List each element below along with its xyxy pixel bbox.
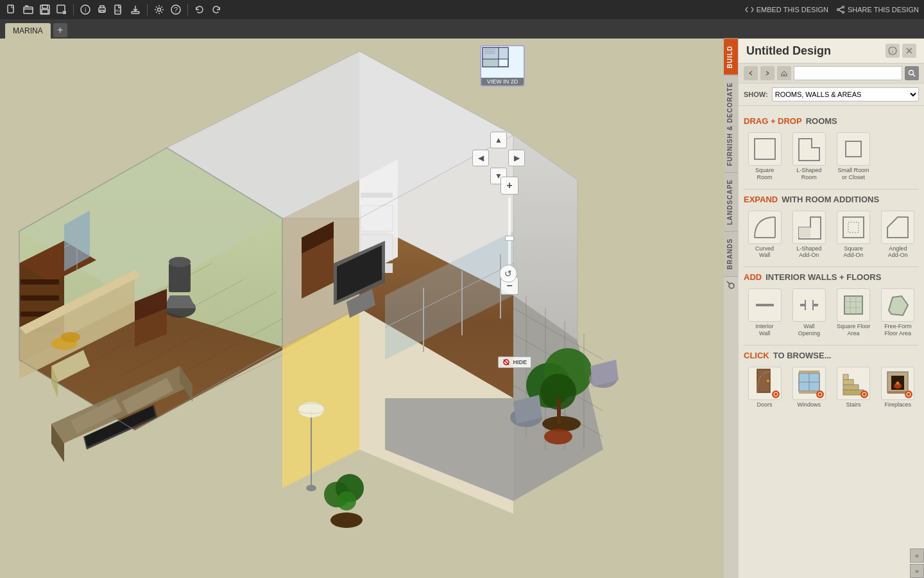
svg-point-142 xyxy=(767,380,769,382)
square-addon-item[interactable]: SquareAdd-On xyxy=(833,208,875,262)
svg-point-118 xyxy=(729,283,734,288)
small-room-item[interactable]: Small Roomor Closet xyxy=(833,130,875,184)
panel-close-button[interactable] xyxy=(902,44,916,58)
toolbar-separator-2 xyxy=(147,4,148,15)
curved-wall-item[interactable]: CurvedWall xyxy=(744,208,785,262)
svg-point-13 xyxy=(158,8,161,12)
right-panel: Untitled Design i xyxy=(738,39,924,578)
interior-wall-item[interactable]: InteriorWall xyxy=(744,286,785,340)
svg-point-122 xyxy=(909,71,914,75)
save-icon[interactable] xyxy=(38,3,51,16)
svg-point-16 xyxy=(842,6,844,8)
side-tab-build[interactable]: BUILD xyxy=(724,39,738,75)
dir-empty-center xyxy=(490,150,507,166)
svg-point-96 xyxy=(544,429,572,444)
svg-point-143 xyxy=(774,392,778,396)
svg-point-64 xyxy=(61,332,80,342)
show-dropdown[interactable]: ROOMS, WALLS & AREASFURNITUREALL xyxy=(772,87,919,101)
l-shaped-room-item[interactable]: L-ShapedRoom xyxy=(788,130,830,184)
svg-rect-151 xyxy=(843,385,859,390)
freeform-floor-item[interactable]: Free-FormFloor Area xyxy=(877,286,919,340)
svg-text:PDF: PDF xyxy=(116,9,122,13)
svg-rect-109 xyxy=(499,48,508,59)
panel-search-button[interactable] xyxy=(905,66,919,80)
pdf-icon[interactable]: PDF xyxy=(112,3,125,16)
side-tab-search[interactable] xyxy=(724,276,738,293)
minimap[interactable]: VIEW IN 2D xyxy=(480,45,525,87)
info-icon[interactable]: i xyxy=(79,3,92,16)
doors-item[interactable]: Doors xyxy=(744,364,785,411)
windows-item[interactable]: Windows xyxy=(788,364,830,411)
svg-rect-70 xyxy=(169,263,191,292)
section-drag-drop-title: DRAG + DROP ROOMS xyxy=(744,116,919,126)
svg-rect-4 xyxy=(42,10,48,13)
panel-info-button[interactable]: i xyxy=(886,44,900,58)
svg-rect-1 xyxy=(24,7,33,13)
toolbar-separator-3 xyxy=(187,4,188,15)
wall-opening-item[interactable]: WallOpening xyxy=(788,286,830,340)
embed-button[interactable]: EMBED THIS DESIGN xyxy=(745,5,828,14)
toolbar-separator-1 xyxy=(73,4,74,15)
add-tab-button[interactable]: + xyxy=(53,23,67,37)
svg-point-159 xyxy=(907,392,911,396)
l-shaped-addon-item[interactable]: L-ShapedAdd-On xyxy=(788,208,830,262)
dir-right-button[interactable]: ▶ xyxy=(508,150,525,166)
svg-point-81 xyxy=(306,485,316,491)
expand-grid: CurvedWall L-ShapedAdd-On SquareAdd-On xyxy=(744,208,919,262)
collapse-down-button[interactable]: » xyxy=(910,564,924,578)
toolbar-right: EMBED THIS DESIGN SHARE THIS DESIGN xyxy=(745,5,919,14)
dir-up-button[interactable]: ▲ xyxy=(490,132,507,148)
divider-3 xyxy=(744,345,919,346)
nav-home-button[interactable] xyxy=(777,66,791,80)
new-icon[interactable] xyxy=(5,3,18,16)
save-as-icon[interactable] xyxy=(55,3,68,16)
zoom-in-button[interactable]: + xyxy=(501,177,518,195)
angled-addon-item[interactable]: AngledAdd-On xyxy=(877,208,919,262)
zoom-thumb[interactable] xyxy=(505,236,514,241)
redo-icon[interactable] xyxy=(210,3,223,16)
divider-1 xyxy=(744,189,919,189)
collapse-up-button[interactable]: « xyxy=(910,548,924,563)
zoom-slider[interactable] xyxy=(508,197,511,274)
rotate-button[interactable]: ↺ xyxy=(499,265,517,283)
print-icon[interactable] xyxy=(96,3,108,16)
undo-icon[interactable] xyxy=(193,3,206,16)
panel-search-input[interactable] xyxy=(794,66,902,80)
svg-rect-45 xyxy=(361,193,393,198)
svg-point-86 xyxy=(337,491,356,511)
square-floor-item[interactable]: Square FloorArea xyxy=(833,286,875,340)
floor-plan-view xyxy=(0,51,661,572)
tab-marina[interactable]: MARINA xyxy=(5,23,51,39)
square-room-item[interactable]: SquareRoom xyxy=(744,130,785,184)
side-tabs: BUILD FURNISH & DECORATE LANDSCAPE BRAND… xyxy=(724,39,738,578)
svg-rect-91 xyxy=(557,398,561,424)
dir-empty-tr xyxy=(508,132,525,148)
svg-rect-12 xyxy=(132,12,139,13)
svg-rect-129 xyxy=(843,217,864,238)
svg-line-123 xyxy=(913,74,915,76)
share-button[interactable]: SHARE THIS DESIGN xyxy=(836,5,919,14)
svg-text:?: ? xyxy=(174,6,178,13)
dir-left-button[interactable]: ◀ xyxy=(472,150,489,166)
hide-button[interactable]: HIDE xyxy=(498,356,531,368)
open-icon[interactable] xyxy=(22,3,35,16)
nav-back-button[interactable] xyxy=(744,66,758,80)
show-label: SHOW: xyxy=(744,91,768,98)
svg-rect-130 xyxy=(848,222,859,232)
panel-header: Untitled Design i xyxy=(739,39,924,64)
svg-rect-0 xyxy=(8,5,13,13)
stairs-item[interactable]: Stairs xyxy=(833,364,875,411)
section-interior-title: ADD INTERIOR WALLS + FLOORS xyxy=(744,272,919,282)
help-icon[interactable]: ? xyxy=(169,3,182,16)
side-tab-furnish[interactable]: FURNISH & DECORATE xyxy=(724,75,738,173)
dir-empty-tl xyxy=(472,132,489,148)
side-tab-landscape[interactable]: LANDSCAPE xyxy=(724,172,738,231)
export-icon[interactable] xyxy=(129,3,142,16)
browse-grid: Doors xyxy=(744,364,919,411)
nav-forward-button[interactable] xyxy=(760,66,774,80)
settings-icon[interactable] xyxy=(153,3,166,16)
side-tab-brands[interactable]: BRANDS xyxy=(724,231,738,276)
fireplaces-item[interactable]: Fireplaces xyxy=(877,364,919,411)
svg-rect-124 xyxy=(755,139,775,159)
canvas[interactable]: VIEW IN 2D ▲ ◀ ▶ ▼ + − ↺ xyxy=(0,39,724,578)
